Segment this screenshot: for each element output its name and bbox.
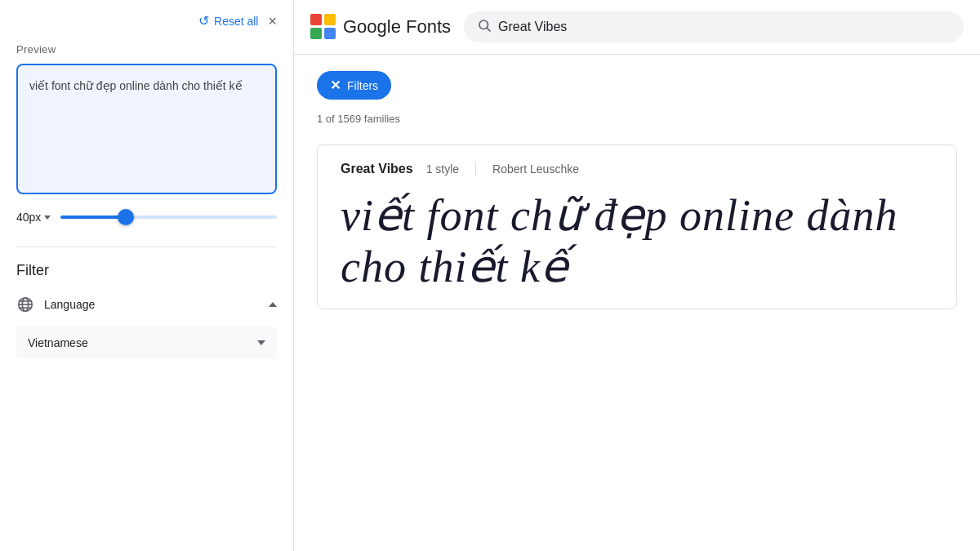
size-dropdown-arrow-icon <box>44 216 51 220</box>
size-control: 40px <box>16 209 277 225</box>
svg-rect-8 <box>324 28 336 39</box>
logo-area: Google Fonts <box>310 14 451 40</box>
font-style-count: 1 style <box>426 162 459 176</box>
slider-track <box>60 216 277 219</box>
language-dropdown[interactable]: Vietnamese <box>16 327 277 359</box>
sidebar: ↺ Reset all × Preview 40px Filter <box>0 0 294 551</box>
svg-line-10 <box>487 28 490 31</box>
size-dropdown[interactable]: 40px <box>16 211 51 224</box>
filters-chip-x-icon: ✕ <box>330 78 341 93</box>
language-filter-label: Language <box>44 298 95 311</box>
logo-text: Google Fonts <box>343 16 451 38</box>
font-author: Robert Leuschke <box>492 162 579 176</box>
language-dropdown-arrow-icon <box>257 340 265 345</box>
google-fonts-logo-icon <box>310 14 336 40</box>
font-size-slider[interactable] <box>60 209 277 225</box>
svg-rect-5 <box>310 14 322 25</box>
content-area: ✕ Filters 1 of 1569 families Great Vibes… <box>294 55 980 551</box>
font-card: Great Vibes 1 style Robert Leuschke viết… <box>317 144 957 309</box>
reset-icon: ↺ <box>198 13 209 29</box>
font-preview: viết font chữ đẹp online dành cho thiết … <box>341 189 933 292</box>
search-bar <box>464 11 964 42</box>
language-filter-left: Language <box>16 295 95 313</box>
preview-textarea[interactable] <box>16 64 277 194</box>
sidebar-divider <box>16 247 277 247</box>
close-button[interactable]: × <box>268 14 277 29</box>
top-bar: Google Fonts <box>294 0 980 55</box>
svg-rect-7 <box>310 28 322 39</box>
search-input[interactable] <box>498 20 951 34</box>
language-filter-item: Language <box>16 295 277 313</box>
font-card-header: Great Vibes 1 style Robert Leuschke <box>341 162 933 176</box>
globe-icon <box>16 295 34 313</box>
main-content: Google Fonts ✕ Filters 1 of 1569 familie… <box>294 0 980 551</box>
filters-chip-row: ✕ Filters <box>317 71 957 100</box>
sidebar-top-bar: ↺ Reset all × <box>16 13 277 29</box>
preview-section-label: Preview <box>16 43 277 56</box>
search-icon <box>477 18 492 36</box>
svg-point-9 <box>479 20 488 29</box>
filters-chip-label: Filters <box>347 79 378 92</box>
size-value: 40px <box>16 211 41 224</box>
svg-rect-6 <box>324 14 336 25</box>
filters-chip-button[interactable]: ✕ Filters <box>317 71 391 100</box>
slider-thumb[interactable] <box>118 209 134 225</box>
slider-fill <box>60 216 125 219</box>
font-card-divider <box>475 162 476 176</box>
reset-all-button[interactable]: ↺ Reset all <box>198 13 258 29</box>
filter-section-heading: Filter <box>16 262 277 279</box>
results-count: 1 of 1569 families <box>317 113 957 125</box>
font-name: Great Vibes <box>341 162 413 176</box>
language-chevron-up-icon[interactable] <box>269 302 277 307</box>
reset-all-label: Reset all <box>214 15 258 28</box>
language-selected-value: Vietnamese <box>28 336 88 349</box>
